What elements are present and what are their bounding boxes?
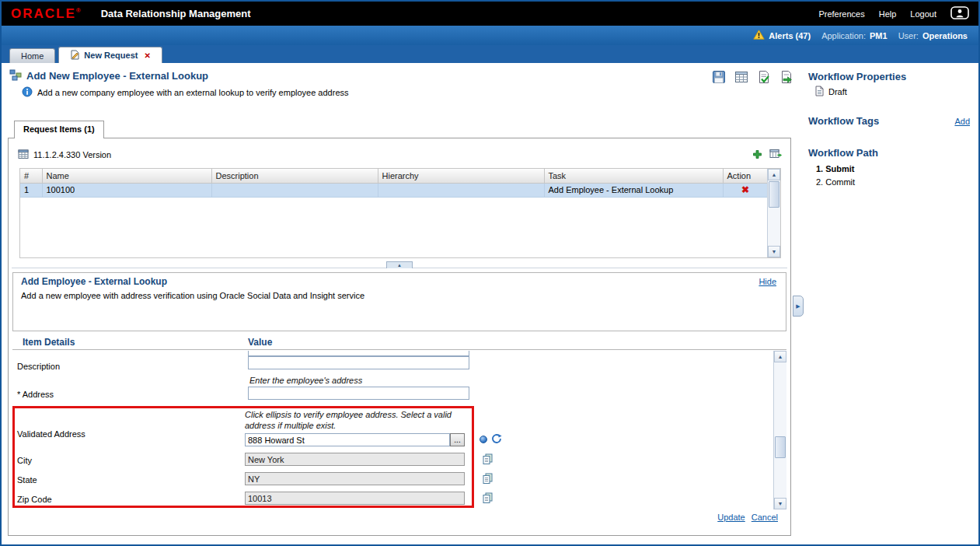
table-scroll-thumb[interactable] — [769, 181, 779, 208]
title-bar: ORACLE® Data Relationship Management Pre… — [2, 2, 978, 26]
request-items-grid: # Name Description Hierarchy Task Action… — [19, 168, 781, 258]
table-scrollbar[interactable]: ▲ ▼ — [767, 169, 780, 257]
validate-request-icon[interactable] — [757, 70, 771, 86]
cell-action: ✖ — [723, 183, 768, 197]
add-tag-link[interactable]: Add — [954, 117, 970, 126]
task-title: Add Employee - External Lookup — [21, 276, 167, 287]
close-tab-icon[interactable]: ✕ — [144, 51, 150, 60]
table-row[interactable]: 1 100100 Add Employee - External Lookup … — [20, 183, 768, 197]
col-header-name[interactable]: Name — [42, 169, 211, 183]
zip-label: Zip Code — [17, 495, 52, 504]
request-title-row: Add New Employee - External Lookup — [9, 69, 208, 82]
validated-address-input[interactable] — [245, 433, 450, 446]
form-scrollbar[interactable]: ▲ ▼ — [773, 351, 786, 509]
submit-request-icon[interactable] — [779, 70, 793, 86]
workflow-sidebar: Workflow Properties Draft Workflow Tags … — [808, 71, 976, 203]
globe-icon[interactable] — [480, 436, 487, 443]
form-actions: Update Cancel — [717, 513, 778, 522]
tab-new-request[interactable]: New Request ✕ — [58, 47, 162, 63]
state-input[interactable] — [245, 472, 465, 485]
item-details-form: Description Enter the employee's address… — [12, 351, 786, 509]
logout-link[interactable]: Logout — [910, 9, 936, 19]
zip-input[interactable] — [245, 492, 465, 505]
scroll-down-icon[interactable]: ▼ — [768, 246, 780, 257]
workflow-status: Draft — [828, 87, 847, 96]
table-header-row: # Name Description Hierarchy Task Action — [20, 169, 768, 183]
form-scroll-down-icon[interactable]: ▼ — [774, 498, 786, 509]
address-input[interactable] — [248, 387, 469, 400]
preferences-link[interactable]: Preferences — [818, 9, 864, 19]
validated-address-group: ... — [245, 433, 465, 446]
workflow-step-submit: 1. Submit — [816, 164, 855, 173]
form-scroll-up-icon[interactable]: ▲ — [774, 351, 786, 362]
workflow-tags-title: Workflow Tags — [808, 115, 879, 127]
alerts-group[interactable]: Alerts (47) — [753, 30, 811, 41]
request-info-row: Add a new company employee with an exter… — [22, 86, 349, 99]
task-description: Add a new employee with address verifica… — [21, 291, 364, 300]
scroll-up-icon[interactable]: ▲ — [768, 169, 780, 180]
city-copy-icon[interactable] — [483, 453, 493, 466]
col-header-hierarchy[interactable]: Hierarchy — [378, 169, 544, 183]
item-details-header: Item Details Value — [12, 334, 786, 350]
version-toolbar: 11.1.2.4.330 Version — [18, 148, 783, 162]
city-label: City — [17, 456, 32, 465]
validated-address-highlight-box: Click ellipsis to verify employee addres… — [12, 406, 474, 508]
col-header-description[interactable]: Description — [211, 169, 378, 183]
hide-link[interactable]: Hide — [759, 277, 776, 286]
item-details-column-header: Item Details — [23, 337, 75, 348]
request-summary-icon[interactable] — [734, 70, 748, 86]
col-header-action[interactable]: Action — [723, 169, 768, 183]
ellipsis-lookup-button[interactable]: ... — [450, 433, 465, 446]
sidebar-collapse-handle[interactable]: ▶ — [793, 296, 804, 317]
tab-request-items[interactable]: Request Items (1) — [14, 121, 104, 138]
version-label: 11.1.2.4.330 Version — [33, 150, 111, 159]
items-table: # Name Description Hierarchy Task Action… — [20, 169, 769, 198]
col-header-task[interactable]: Task — [544, 169, 723, 183]
task-description-box: Add Employee - External Lookup Hide Add … — [12, 272, 786, 331]
delete-item-icon[interactable]: ✖ — [741, 184, 749, 195]
draft-doc-icon — [814, 86, 825, 98]
value-column-header: Value — [248, 337, 272, 348]
cancel-link[interactable]: Cancel — [752, 513, 778, 522]
version-icon — [18, 149, 29, 161]
add-item-icon[interactable] — [752, 149, 762, 161]
workflow-step-commit: 2. Commit — [816, 177, 855, 187]
validated-hint: Click ellipsis to verify employee addres… — [245, 410, 467, 431]
col-header-num[interactable]: # — [20, 169, 42, 183]
address-hint: Enter the employee's address — [249, 376, 362, 387]
oracle-logo: ORACLE® — [11, 6, 81, 22]
collapse-splitter-handle[interactable]: ▲ — [386, 261, 413, 268]
main-tab-strip: Home New Request ✕ — [2, 45, 978, 63]
clipped-field[interactable] — [248, 351, 469, 356]
warning-icon — [753, 30, 765, 41]
save-icon[interactable] — [712, 70, 726, 86]
application-value: PM1 — [870, 31, 888, 40]
detach-table-icon[interactable] — [769, 149, 783, 161]
validated-address-label: Validated Address — [17, 429, 85, 439]
user-profile-icon[interactable] — [950, 6, 969, 21]
description-input[interactable] — [248, 356, 469, 369]
alerts-link[interactable]: Alerts (47) — [769, 31, 811, 40]
validated-address-icons — [480, 434, 502, 445]
cell-description — [211, 183, 378, 197]
description-label: Description — [17, 362, 60, 371]
cell-name: 100100 — [42, 183, 211, 197]
address-label: * Address — [17, 390, 54, 399]
request-info-text: Add a new company employee with an exter… — [37, 88, 349, 97]
content-area: Add New Employee - External Lookup Add a… — [2, 63, 978, 546]
city-input[interactable] — [245, 453, 465, 466]
help-link[interactable]: Help — [879, 9, 897, 19]
user-value: Operations — [922, 31, 968, 40]
info-icon — [22, 86, 33, 99]
zip-copy-icon[interactable] — [483, 492, 493, 505]
refresh-icon[interactable] — [491, 434, 502, 445]
page-title: Add New Employee - External Lookup — [26, 70, 208, 82]
user-label: User: — [898, 31, 919, 40]
update-link[interactable]: Update — [717, 513, 745, 522]
form-scroll-thumb[interactable] — [775, 436, 786, 458]
app-window: ORACLE® Data Relationship Management Pre… — [0, 0, 980, 546]
tab-home[interactable]: Home — [9, 48, 55, 63]
application-group: Application: PM1 — [821, 31, 888, 40]
state-copy-icon[interactable] — [483, 473, 493, 485]
user-group: User: Operations — [898, 31, 968, 40]
